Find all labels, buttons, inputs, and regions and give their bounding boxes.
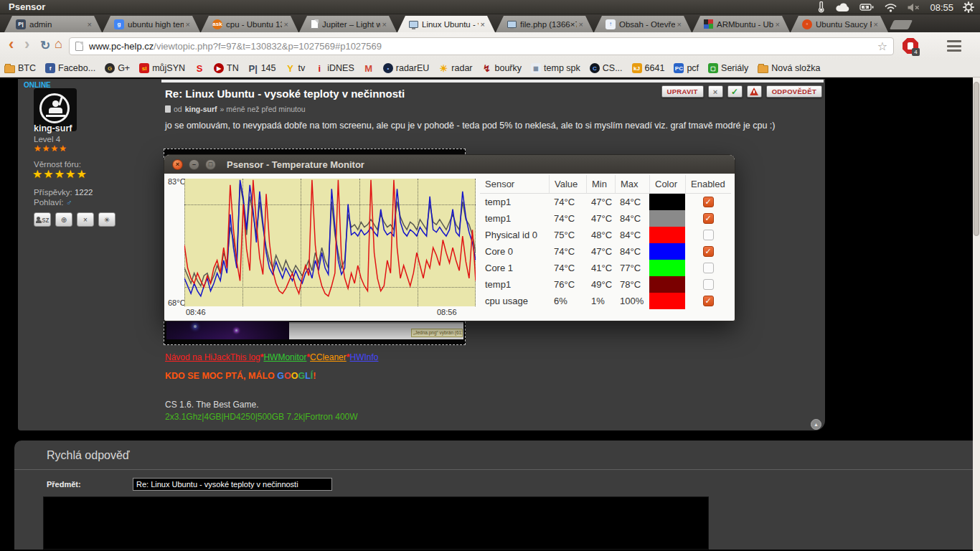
bookmark-tempspk[interactable]: ▦temp spk: [531, 63, 580, 73]
bookmark-s[interactable]: S: [194, 63, 204, 73]
bookmark-label: Facebo...: [58, 63, 95, 73]
post-page-icon: [165, 105, 171, 113]
signature-link[interactable]: Návod na HiJackThis log: [165, 352, 260, 362]
address-bar[interactable]: www.pc-help.cz/viewtopic.php?f=97&t=1308…: [69, 37, 894, 55]
signature-link[interactable]: CCleaner: [310, 352, 347, 362]
column-header-max[interactable]: Max: [615, 175, 649, 194]
signature-link[interactable]: HWMonitor: [263, 352, 306, 362]
reload-icon[interactable]: ↻: [40, 38, 50, 53]
tab-close-icon[interactable]: ×: [677, 20, 682, 29]
bookmark-gmail[interactable]: M: [364, 63, 374, 73]
tab-4[interactable]: Jupiter – Light w×: [299, 16, 397, 32]
tab-close-icon[interactable]: ×: [284, 20, 288, 29]
tab-label: Jupiter – Light w: [322, 20, 380, 29]
bookmark-tn[interactable]: ▶TN: [214, 63, 239, 73]
author-username[interactable]: king-surf: [34, 123, 72, 133]
chart-x-start-label: 08:46: [186, 308, 206, 316]
psensor-titlebar[interactable]: × – □ Psensor - Temperature Monitor: [164, 155, 735, 174]
tab-3[interactable]: askcpu - Ubuntu 13.×: [201, 16, 298, 32]
tab-close-icon[interactable]: ×: [88, 20, 92, 29]
byline-author[interactable]: king-surf: [185, 105, 217, 113]
tab-5-active[interactable]: Linux Ubuntu - vy×: [397, 16, 495, 32]
tab-9[interactable]: ◦Ubuntu Saucy Re×: [791, 16, 888, 32]
sensor-enabled-checkbox[interactable]: ✓: [703, 197, 714, 207]
reply-textarea[interactable]: [43, 496, 709, 550]
bookmark-cs[interactable]: CCS...: [590, 63, 623, 73]
tab-close-icon[interactable]: ×: [579, 20, 583, 29]
tab-6[interactable]: file.php (1366×7×: [496, 16, 593, 32]
window-maximize-icon[interactable]: □: [205, 159, 216, 170]
sensor-enabled-checkbox[interactable]: [703, 230, 714, 240]
sensor-enabled-checkbox[interactable]: [703, 263, 714, 273]
bookmark-6641[interactable]: kJ6641: [632, 63, 665, 73]
window-close-icon[interactable]: ×: [172, 159, 183, 170]
menu-icon[interactable]: [947, 40, 961, 52]
sensor-enabled-checkbox[interactable]: ✓: [703, 246, 714, 257]
tab-1[interactable]: P|admin×: [4, 16, 102, 32]
bookmark-tv[interactable]: Ytv: [286, 63, 306, 73]
www-globe-icon[interactable]: ⊕: [55, 212, 72, 227]
bookmark-label: radar: [451, 63, 472, 73]
bookmark-idnes[interactable]: iiDNES: [314, 63, 354, 73]
tab-close-icon[interactable]: ×: [776, 20, 780, 29]
column-header-sensor[interactable]: Sensor: [480, 175, 549, 194]
active-app-title[interactable]: Psensor: [9, 1, 45, 12]
reply-button[interactable]: ODPOVĚDĚT: [766, 85, 822, 98]
column-header-min[interactable]: Min: [586, 175, 615, 194]
sensor-value: 76°C: [549, 276, 586, 293]
bookmark-pcf[interactable]: PCpcf: [674, 63, 699, 73]
column-header-value[interactable]: Value: [549, 175, 586, 194]
bookmark-star-icon[interactable]: ☆: [877, 39, 887, 53]
bookmark-mujsyn[interactable]: slmůjSYN: [139, 63, 185, 73]
bookmark-novaslozka[interactable]: Nová složka: [758, 63, 820, 73]
session-gear-icon[interactable]: [963, 1, 974, 13]
sensor-enabled-checkbox[interactable]: ✓: [703, 296, 714, 306]
url-text[interactable]: www.pc-help.cz/viewtopic.php?f=97&t=1308…: [89, 41, 877, 52]
delete-icon[interactable]: ×: [708, 85, 723, 98]
tab-8[interactable]: ARMbuntu - Ubu×: [692, 16, 790, 32]
signature-link[interactable]: HWInfo: [349, 352, 378, 362]
tab-close-icon[interactable]: ×: [874, 20, 878, 29]
home-icon[interactable]: ⌂: [55, 37, 62, 52]
report-icon[interactable]: [747, 85, 762, 98]
bookmark-serialy[interactable]: ▢Seriály: [708, 63, 748, 73]
clock[interactable]: 08:55: [930, 2, 953, 13]
scrollbar-thumb[interactable]: [974, 82, 979, 236]
sensor-enabled-checkbox[interactable]: [703, 279, 714, 290]
sensor-enabled-checkbox[interactable]: ✓: [703, 213, 714, 224]
bookmark-gplus[interactable]: GG+: [105, 63, 130, 73]
new-tab-button[interactable]: [890, 20, 913, 29]
bookmark-radar[interactable]: ☀radar: [438, 63, 472, 73]
cloud-icon[interactable]: [835, 2, 850, 12]
wifi-icon[interactable]: [884, 3, 897, 12]
bookmark-bourky[interactable]: ↯bouřky: [482, 63, 522, 73]
approve-icon[interactable]: ✓: [727, 85, 743, 98]
icq-flower-icon[interactable]: ✳: [98, 212, 116, 227]
subject-input[interactable]: [133, 478, 332, 491]
bookmark-btc[interactable]: BTC: [4, 63, 36, 73]
edit-button[interactable]: UPRAVIT: [661, 85, 704, 98]
tab-7[interactable]: ↑Obsah - Otevřená×: [594, 16, 692, 32]
page-scrollbar[interactable]: [973, 77, 980, 551]
forward-icon[interactable]: ›: [24, 35, 29, 54]
column-header-color[interactable]: Color: [649, 175, 685, 194]
sensor-name: temp1: [480, 276, 549, 293]
tab-close-icon[interactable]: ×: [186, 20, 190, 29]
thermometer-icon[interactable]: [816, 1, 826, 13]
column-header-enabled[interactable]: Enabled: [685, 175, 731, 194]
tab-2[interactable]: gubuntu high temp×: [103, 16, 200, 32]
bookmark-pi145[interactable]: P|145: [248, 63, 276, 73]
window-minimize-icon[interactable]: –: [189, 159, 199, 170]
bookmark-facebook[interactable]: fFacebo...: [45, 63, 95, 73]
tab-close-icon[interactable]: ×: [382, 20, 387, 29]
scroll-to-top-button[interactable]: ▲: [811, 419, 821, 430]
back-icon[interactable]: ‹: [9, 35, 14, 54]
image-filename-tooltip: „Jedna.png“ vybrán (611,7kB): [411, 329, 463, 337]
bookmark-radareu[interactable]: •radarEU: [383, 63, 430, 73]
tab-close-icon[interactable]: ×: [481, 20, 485, 29]
battery-icon[interactable]: [859, 3, 875, 11]
quick-reply-title: Rychlá odpověď: [47, 449, 130, 462]
im-status-icon[interactable]: ×: [77, 212, 94, 227]
profile-icon[interactable]: sz: [34, 212, 51, 227]
volume-muted-icon[interactable]: [907, 3, 920, 12]
